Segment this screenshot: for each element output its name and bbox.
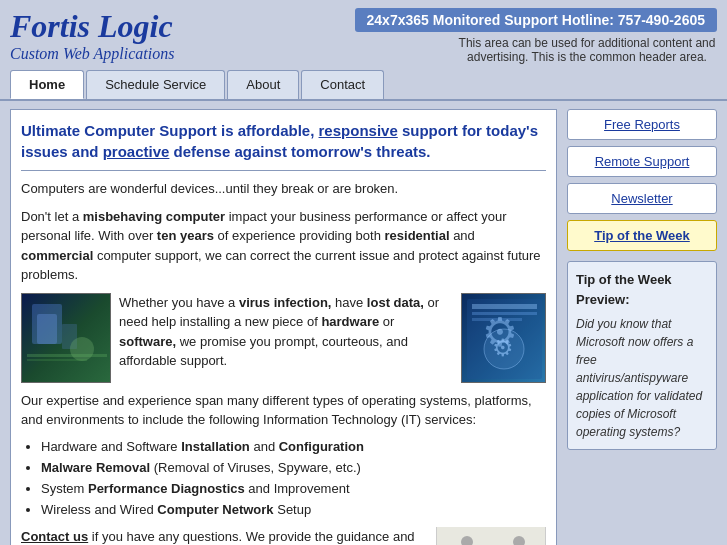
hotline-bar: 24x7x365 Monitored Support Hotline: 757-… xyxy=(355,8,717,32)
svg-rect-5 xyxy=(27,359,87,361)
logo-title: Fortis Logic xyxy=(10,8,174,45)
svg-rect-4 xyxy=(27,354,107,357)
svg-point-3 xyxy=(70,337,94,361)
nav-item-home[interactable]: Home xyxy=(10,70,84,99)
tip-preview-box: Tip of the Week Preview: Did you know th… xyxy=(567,261,717,450)
sidebar: Free Reports Remote Support Newsletter T… xyxy=(567,109,717,545)
svg-rect-8 xyxy=(472,304,537,309)
contact-text: Contact us if you have any questions. We… xyxy=(21,527,428,545)
logo-area: Fortis Logic Custom Web Applications xyxy=(10,8,194,64)
header-right: 24x7x365 Monitored Support Hotline: 757-… xyxy=(194,8,717,64)
contact-section: Contact us if you have any questions. We… xyxy=(21,527,546,545)
hero-text: Ultimate Computer Support is affordable,… xyxy=(21,120,546,171)
nav-item-contact[interactable]: Contact xyxy=(301,70,384,99)
tech-image-left xyxy=(21,293,111,383)
middle-text: Whether you have a virus infection, have… xyxy=(119,293,453,383)
svg-rect-10 xyxy=(472,318,522,321)
svg-rect-1 xyxy=(37,314,57,344)
svg-point-11 xyxy=(484,329,524,369)
tip-of-week-button[interactable]: Tip of the Week xyxy=(567,220,717,251)
main-area: Ultimate Computer Support is affordable,… xyxy=(0,101,727,545)
service-item-1: Hardware and Software Installation and C… xyxy=(41,438,546,456)
remote-support-button[interactable]: Remote Support xyxy=(567,146,717,177)
content-area: Ultimate Computer Support is affordable,… xyxy=(10,109,557,545)
middle-section: Whether you have a virus infection, have… xyxy=(21,293,546,383)
service-item-4: Wireless and Wired Computer Network Setu… xyxy=(41,501,546,519)
free-reports-button[interactable]: Free Reports xyxy=(567,109,717,140)
nav-item-schedule[interactable]: Schedule Service xyxy=(86,70,225,99)
service-item-3: System Performance Diagnostics and Impro… xyxy=(41,480,546,498)
service-item-2: Malware Removal (Removal of Viruses, Spy… xyxy=(41,459,546,477)
tip-preview-title: Tip of the Week Preview: xyxy=(576,270,708,309)
tech-image-right: ⚙ xyxy=(461,293,546,383)
newsletter-button[interactable]: Newsletter xyxy=(567,183,717,214)
para3: Our expertise and experience span many d… xyxy=(21,391,546,430)
logo-subtitle: Custom Web Applications xyxy=(10,45,174,63)
svg-text:⚙: ⚙ xyxy=(492,334,514,361)
services-list: Hardware and Software Installation and C… xyxy=(41,438,546,520)
header-tagline: This area can be used for additional con… xyxy=(457,36,717,64)
svg-rect-13 xyxy=(437,527,545,545)
intro-para: Computers are wonderful devices...until … xyxy=(21,179,546,199)
svg-rect-9 xyxy=(472,312,537,315)
nav-item-about[interactable]: About xyxy=(227,70,299,99)
puzzle-image xyxy=(436,527,546,545)
nav-bar: Home Schedule Service About Contact xyxy=(0,70,727,101)
header: Fortis Logic Custom Web Applications 24x… xyxy=(0,0,727,64)
para1: Don't let a misbehaving computer impact … xyxy=(21,207,546,285)
tip-preview-text: Did you know that Microsoft now offers a… xyxy=(576,315,708,441)
